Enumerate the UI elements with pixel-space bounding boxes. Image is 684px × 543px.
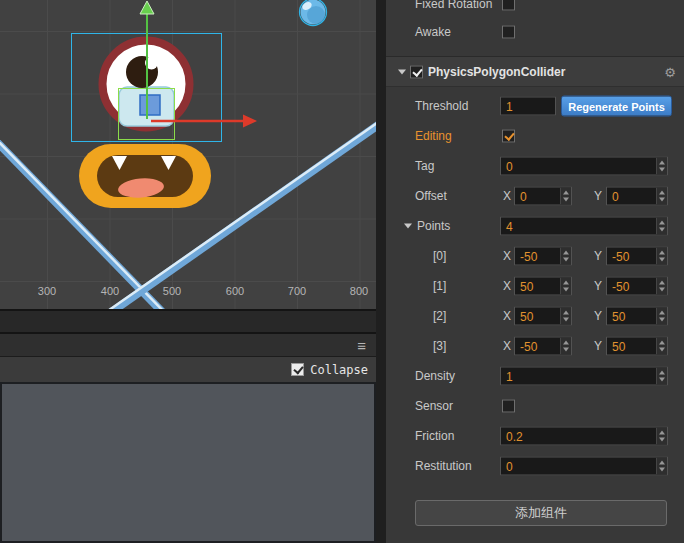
menu-icon[interactable]: ≡ — [357, 338, 366, 353]
point-index: [2] — [433, 309, 446, 323]
row-point-3: [3] X -50 Y 50 — [386, 331, 684, 361]
add-component-button[interactable]: 添加组件 — [415, 500, 667, 526]
density-label: Density — [415, 369, 455, 383]
row-threshold: Threshold 1 Regenerate Points — [386, 91, 684, 121]
ruler-label: 800 — [350, 285, 368, 297]
console-panel[interactable] — [0, 382, 376, 543]
point-2-y-field[interactable]: 50 — [606, 307, 668, 326]
row-density: Density 1 — [386, 361, 684, 391]
scene-viewport[interactable]: 300 400 500 600 700 800 — [0, 0, 376, 309]
stepper[interactable] — [656, 278, 667, 295]
collapse-label: Collapse — [310, 363, 368, 377]
stepper[interactable] — [560, 308, 571, 325]
offset-label: Offset — [415, 189, 447, 203]
points-count-field[interactable]: 4 — [500, 217, 668, 236]
gear-icon[interactable]: ⚙ — [664, 65, 676, 78]
stepper[interactable] — [656, 308, 667, 325]
row-friction: Friction 0.2 — [386, 421, 684, 451]
ruler-label: 400 — [101, 285, 119, 297]
point-x-label: X — [503, 339, 511, 353]
editing-label: Editing — [415, 129, 452, 143]
density-stepper[interactable] — [656, 368, 667, 385]
point-index: [1] — [433, 279, 446, 293]
offset-x-field[interactable]: 0 — [514, 187, 572, 206]
chevron-down-icon[interactable] — [404, 224, 412, 229]
point-1-x-field[interactable]: 50 — [514, 277, 572, 296]
point-x-label: X — [503, 309, 511, 323]
tag-label: Tag — [415, 159, 434, 173]
panel-header-strip: ≡ — [0, 332, 376, 356]
point-1-y-field[interactable]: -50 — [606, 277, 668, 296]
points-count-stepper[interactable] — [656, 218, 667, 235]
point-y-label: Y — [594, 249, 602, 263]
row-tag: Tag 0 — [386, 151, 684, 181]
panel-splitter[interactable] — [376, 0, 386, 543]
point-3-x-field[interactable]: -50 — [514, 337, 572, 356]
sensor-checkbox[interactable] — [502, 400, 515, 413]
row-sensor: Sensor — [386, 391, 684, 421]
row-point-0: [0] X -50 Y -50 — [386, 241, 684, 271]
awake-checkbox[interactable] — [502, 26, 515, 39]
stepper[interactable] — [656, 248, 667, 265]
ball-sprite[interactable] — [300, 0, 327, 26]
threshold-label: Threshold — [415, 99, 468, 113]
row-awake: Awake — [386, 17, 684, 47]
inspector-panel: Fixed Rotation Awake PhysicsPolygonColli… — [386, 0, 684, 543]
stepper[interactable] — [656, 338, 667, 355]
stepper[interactable] — [560, 248, 571, 265]
fixed-rotation-label: Fixed Rotation — [415, 0, 492, 11]
restitution-field[interactable]: 0 — [500, 457, 668, 476]
collider-section-header[interactable]: PhysicsPolygonCollider ⚙ — [386, 57, 684, 87]
row-editing: Editing — [386, 121, 684, 151]
point-x-label: X — [503, 279, 511, 293]
ruler-label: 500 — [163, 285, 181, 297]
point-0-y-field[interactable]: -50 — [606, 247, 668, 266]
point-0-x-field[interactable]: -50 — [514, 247, 572, 266]
stepper[interactable] — [560, 278, 571, 295]
tag-stepper[interactable] — [656, 158, 667, 175]
ruler-label: 700 — [288, 285, 306, 297]
collider-handle[interactable] — [140, 95, 160, 115]
scene-canvas[interactable]: 300 400 500 600 700 800 — [0, 0, 376, 309]
console-toolbar: Collapse — [0, 356, 376, 382]
offset-x-label: X — [503, 189, 511, 203]
offset-x-stepper[interactable] — [560, 188, 571, 205]
point-3-y-field[interactable]: 50 — [606, 337, 668, 356]
friction-stepper[interactable] — [656, 428, 667, 445]
friction-field[interactable]: 0.2 — [500, 427, 668, 446]
tag-field[interactable]: 0 — [500, 157, 668, 176]
ruler-label: 300 — [38, 285, 56, 297]
restitution-stepper[interactable] — [656, 458, 667, 475]
collider-title: PhysicsPolygonCollider — [428, 65, 565, 79]
offset-y-label: Y — [594, 189, 602, 203]
offset-y-field[interactable]: 0 — [606, 187, 668, 206]
point-y-label: Y — [594, 279, 602, 293]
point-x-label: X — [503, 249, 511, 263]
ruler-labels: 300 400 500 600 700 800 — [38, 285, 368, 297]
left-column: 300 400 500 600 700 800 ≡ Collapse — [0, 0, 376, 543]
point-index: [0] — [433, 249, 446, 263]
editor-root: 300 400 500 600 700 800 ≡ Collapse Fixed… — [0, 0, 684, 543]
regenerate-points-button[interactable]: Regenerate Points — [561, 96, 672, 117]
fixed-rotation-checkbox[interactable] — [502, 0, 515, 11]
chevron-down-icon[interactable] — [398, 69, 406, 74]
row-restitution: Restitution 0 — [386, 451, 684, 481]
points-label: Points — [417, 219, 450, 233]
point-y-label: Y — [594, 339, 602, 353]
collapse-checkbox[interactable] — [291, 363, 304, 376]
density-field[interactable]: 1 — [500, 367, 668, 386]
editing-checkbox[interactable] — [502, 130, 515, 143]
friction-label: Friction — [415, 429, 454, 443]
row-points-header: Points 4 — [386, 211, 684, 241]
point-2-x-field[interactable]: 50 — [514, 307, 572, 326]
point-index: [3] — [433, 339, 446, 353]
collider-enabled-checkbox[interactable] — [410, 65, 423, 78]
mouth-sprite[interactable] — [79, 144, 211, 208]
row-point-2: [2] X 50 Y 50 — [386, 301, 684, 331]
offset-y-stepper[interactable] — [656, 188, 667, 205]
stepper[interactable] — [560, 338, 571, 355]
threshold-field[interactable]: 1 — [500, 97, 556, 116]
row-offset: Offset X 0 Y 0 — [386, 181, 684, 211]
row-point-1: [1] X 50 Y -50 — [386, 271, 684, 301]
ruler-label: 600 — [226, 285, 244, 297]
